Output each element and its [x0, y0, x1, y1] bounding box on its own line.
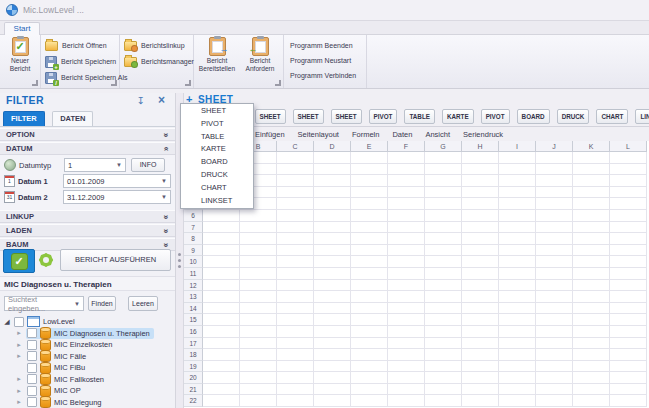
checkbox[interactable] — [27, 397, 37, 407]
grid-cell[interactable] — [610, 233, 647, 245]
grid-cell[interactable] — [351, 384, 388, 396]
menu-item[interactable]: Seitenlayout — [298, 130, 339, 139]
grid-cell[interactable] — [610, 280, 647, 292]
grid-cell[interactable] — [573, 268, 610, 280]
grid-cell[interactable] — [277, 210, 314, 222]
grid-cell[interactable] — [536, 245, 573, 257]
find-button[interactable]: Finden — [88, 296, 116, 311]
checkbox[interactable] — [27, 351, 37, 361]
grid-cell[interactable] — [462, 222, 499, 234]
grid-cell[interactable] — [462, 187, 499, 199]
grid-cell[interactable] — [240, 233, 277, 245]
grid-cell[interactable] — [314, 349, 351, 361]
grid-cell[interactable] — [277, 233, 314, 245]
expander-icon[interactable]: ▸ — [15, 398, 23, 406]
grid-cell[interactable] — [314, 210, 351, 222]
grid-cell[interactable] — [425, 152, 462, 164]
grid-cell[interactable] — [314, 361, 351, 373]
row-header[interactable]: 15 — [184, 314, 203, 326]
column-header[interactable]: K — [573, 141, 610, 152]
grid-cell[interactable] — [314, 152, 351, 164]
grid-cell[interactable] — [351, 303, 388, 315]
column-header[interactable]: D — [314, 141, 351, 152]
menu-item[interactable]: Seriendruck — [463, 130, 503, 139]
grid-cell[interactable] — [536, 280, 573, 292]
grid-cell[interactable] — [536, 233, 573, 245]
grid-cell[interactable] — [314, 187, 351, 199]
grid-cell[interactable] — [573, 210, 610, 222]
sheet-tab[interactable]: SHEET — [293, 109, 324, 124]
sheet-tab[interactable]: CHART — [596, 109, 628, 124]
grid-cell[interactable] — [462, 198, 499, 210]
grid-cell[interactable] — [351, 245, 388, 257]
row-header[interactable]: 8 — [184, 233, 203, 245]
grid-cell[interactable] — [351, 187, 388, 199]
grid-cell[interactable] — [573, 395, 610, 407]
grid-cell[interactable] — [425, 372, 462, 384]
grid-cell[interactable] — [351, 349, 388, 361]
expander-icon[interactable]: ▸ — [15, 329, 23, 337]
grid-cell[interactable] — [203, 210, 240, 222]
grid-cell[interactable] — [203, 233, 240, 245]
grid-cell[interactable] — [573, 222, 610, 234]
grid-cell[interactable] — [351, 338, 388, 350]
grid-cell[interactable] — [388, 198, 425, 210]
grid-cell[interactable] — [277, 303, 314, 315]
grid-cell[interactable] — [314, 314, 351, 326]
column-header[interactable]: L — [610, 141, 647, 152]
row-header[interactable]: 13 — [184, 291, 203, 303]
checkbox[interactable] — [27, 386, 37, 396]
grid-cell[interactable] — [573, 152, 610, 164]
grid-cell[interactable] — [203, 384, 240, 396]
grid-cell[interactable] — [314, 222, 351, 234]
grid-cell[interactable] — [536, 291, 573, 303]
grid-cell[interactable] — [314, 395, 351, 407]
grid-cell[interactable] — [314, 164, 351, 176]
grid-cell[interactable] — [462, 303, 499, 315]
grid-cell[interactable] — [277, 222, 314, 234]
grid-cell[interactable] — [425, 303, 462, 315]
grid-cell[interactable] — [499, 222, 536, 234]
dropdown-item[interactable]: CHART — [181, 182, 253, 195]
grid-cell[interactable] — [351, 280, 388, 292]
column-header[interactable]: F — [388, 141, 425, 152]
grid-cell[interactable] — [277, 291, 314, 303]
row-header[interactable]: 9 — [184, 245, 203, 257]
tree-item-body[interactable]: MIC FiBu — [26, 362, 89, 373]
expander-icon[interactable]: ◢ — [3, 318, 11, 326]
grid-cell[interactable] — [240, 245, 277, 257]
save-report-button[interactable]: + Bericht Speichern — [45, 55, 116, 68]
grid-cell[interactable] — [277, 384, 314, 396]
grid-cell[interactable] — [388, 210, 425, 222]
grid-cell[interactable] — [203, 280, 240, 292]
group-dialog-launcher-icon[interactable] — [275, 80, 281, 86]
confirm-check-button[interactable]: ✓ — [3, 249, 35, 273]
grid-cell[interactable] — [499, 349, 536, 361]
grid-cell[interactable] — [499, 395, 536, 407]
section-option[interactable]: OPTION » — [0, 128, 175, 141]
grid-cell[interactable] — [240, 210, 277, 222]
menu-item[interactable]: Daten — [392, 130, 412, 139]
grid-cell[interactable] — [425, 245, 462, 257]
grid-cell[interactable] — [388, 338, 425, 350]
grid-cell[interactable] — [499, 338, 536, 350]
grid-cell[interactable] — [499, 326, 536, 338]
grid-cell[interactable] — [203, 395, 240, 407]
grid-cell[interactable] — [573, 187, 610, 199]
grid-cell[interactable] — [425, 210, 462, 222]
grid-cell[interactable] — [536, 164, 573, 176]
grid-cell[interactable] — [388, 187, 425, 199]
grid-cell[interactable] — [277, 268, 314, 280]
grid-cell[interactable] — [425, 187, 462, 199]
grid-cell[interactable] — [462, 291, 499, 303]
grid-cell[interactable] — [536, 349, 573, 361]
grid-cell[interactable] — [425, 268, 462, 280]
grid-cell[interactable] — [536, 384, 573, 396]
grid-cell[interactable] — [536, 152, 573, 164]
row-header[interactable]: 11 — [184, 268, 203, 280]
dropdown-item[interactable]: SHEET — [181, 105, 253, 118]
grid-cell[interactable] — [314, 268, 351, 280]
column-header[interactable]: C — [277, 141, 314, 152]
open-report-button[interactable]: Bericht Öffnen — [45, 39, 107, 52]
tree-item[interactable]: MIC FiBu — [0, 362, 174, 374]
